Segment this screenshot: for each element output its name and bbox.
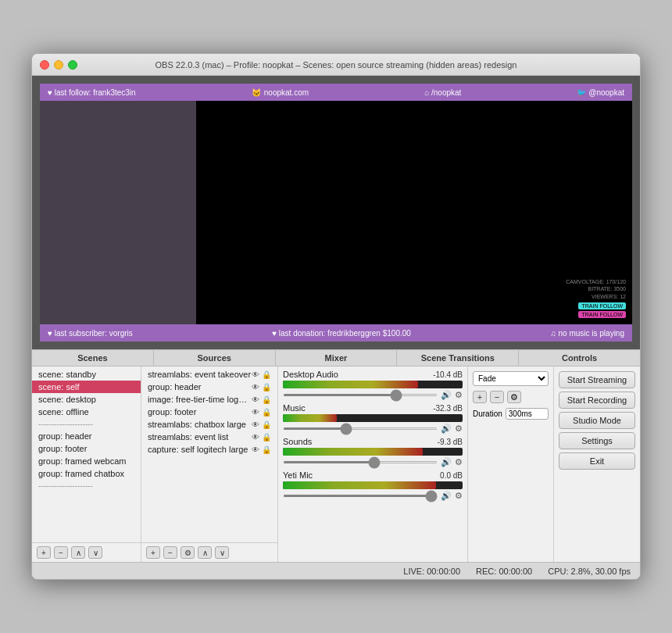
transitions-buttons: + − ⚙ bbox=[473, 391, 549, 403]
scene-divider: --------------------- bbox=[32, 418, 141, 430]
lock-icon[interactable]: 🔒 bbox=[262, 395, 271, 404]
add-transition-button[interactable]: + bbox=[473, 391, 487, 403]
mixer-header: Mixer bbox=[276, 350, 398, 366]
mixer-level-bar bbox=[283, 448, 463, 456]
remove-transition-button[interactable]: − bbox=[490, 391, 504, 403]
scene-item[interactable]: group: footer bbox=[32, 442, 141, 455]
mixer-controls: 🔊 ⚙ bbox=[283, 457, 463, 467]
eye-icon[interactable]: 👁 bbox=[252, 445, 259, 454]
start-recording-button[interactable]: Start Recording bbox=[559, 392, 635, 409]
mute-icon[interactable]: 🔊 bbox=[441, 491, 452, 501]
track-settings-icon[interactable]: ⚙ bbox=[455, 457, 463, 467]
volume-slider[interactable] bbox=[283, 427, 438, 430]
lock-icon[interactable]: 🔒 bbox=[262, 420, 271, 429]
source-item[interactable]: streamlabs: event takeover 👁 🔒 bbox=[141, 368, 277, 381]
scene-divider: --------------------- bbox=[32, 480, 141, 492]
settings-button[interactable]: Settings bbox=[559, 432, 635, 449]
overlay-cyan-button[interactable]: TRAIN FOLLOW bbox=[578, 302, 626, 309]
lock-icon[interactable]: 🔒 bbox=[262, 383, 271, 392]
mixer-track-music: Music -32.3 dB 🔊 ⚙ bbox=[283, 403, 463, 434]
cpu-status: CPU: 2.8%, 30.00 fps bbox=[548, 567, 631, 576]
panels-header: Scenes Sources Mixer Scene Transitions C… bbox=[32, 349, 640, 367]
track-name: Sounds bbox=[283, 437, 312, 446]
move-scene-up-button[interactable]: ∧ bbox=[71, 546, 85, 559]
scene-item[interactable]: group: framed chatbox bbox=[32, 467, 141, 480]
scene-item[interactable]: scene: offline bbox=[32, 406, 141, 418]
track-name: Music bbox=[283, 403, 306, 413]
move-source-down-button[interactable]: ∨ bbox=[215, 546, 229, 559]
preview-left-panel bbox=[40, 101, 196, 324]
lock-icon[interactable]: 🔒 bbox=[262, 408, 271, 417]
track-settings-icon[interactable]: ⚙ bbox=[455, 424, 463, 434]
lock-icon[interactable]: 🔒 bbox=[262, 445, 271, 454]
move-source-up-button[interactable]: ∧ bbox=[198, 546, 212, 559]
volume-slider[interactable] bbox=[283, 495, 438, 497]
source-item[interactable]: streamlabs: chatbox large 👁 🔒 bbox=[141, 418, 277, 431]
remove-source-button[interactable]: − bbox=[163, 546, 177, 559]
transition-type-select[interactable]: Fade Cut Slide bbox=[473, 371, 549, 386]
mute-icon[interactable]: 🔊 bbox=[441, 457, 452, 467]
mixer-track-desktop: Desktop Audio -10.4 dB 🔊 ⚙ bbox=[283, 370, 463, 400]
add-source-button[interactable]: + bbox=[146, 546, 160, 559]
track-db: -9.3 dB bbox=[438, 438, 463, 446]
scene-item-selected[interactable]: scene: self bbox=[32, 381, 141, 393]
last-donation: ♥ last donation: fredrikberggren $100.00 bbox=[272, 329, 411, 338]
overlay-info-text3: VIEWERS: 12 bbox=[566, 293, 626, 301]
music-status: ♫ no music is playing bbox=[550, 329, 624, 338]
minimize-button[interactable] bbox=[54, 60, 63, 70]
source-item[interactable]: streamlabs: event list 👁 🔒 bbox=[141, 431, 277, 443]
mixer-controls: 🔊 ⚙ bbox=[283, 390, 463, 400]
volume-slider[interactable] bbox=[283, 461, 438, 463]
scene-item[interactable]: scene: standby bbox=[32, 368, 141, 381]
overlay-pink-button[interactable]: TRAIN FOLLOW bbox=[578, 311, 626, 318]
eye-icon[interactable]: 👁 bbox=[252, 433, 259, 442]
duration-label: Duration bbox=[473, 409, 502, 418]
mixer-level-fill bbox=[283, 448, 423, 456]
eye-icon[interactable]: 👁 bbox=[252, 370, 259, 379]
source-item[interactable]: group: header 👁 🔒 bbox=[141, 381, 277, 393]
track-settings-icon[interactable]: ⚙ bbox=[455, 390, 463, 400]
source-settings-button[interactable]: ⚙ bbox=[181, 546, 195, 559]
panels-body: scene: standby scene: self scene: deskto… bbox=[32, 367, 640, 562]
traffic-lights bbox=[40, 60, 77, 70]
github-link: ⌂ /noopkat bbox=[424, 88, 461, 97]
track-db: -32.3 dB bbox=[433, 404, 463, 413]
titlebar: OBS 22.0.3 (mac) – Profile: noopkat – Sc… bbox=[32, 54, 640, 76]
start-streaming-button[interactable]: Start Streaming bbox=[559, 371, 635, 388]
mixer-level-fill bbox=[283, 414, 337, 422]
last-subscriber: ♥ last subscriber: vorgris bbox=[48, 329, 133, 338]
lock-icon[interactable]: 🔒 bbox=[262, 433, 271, 442]
duration-input[interactable] bbox=[506, 408, 549, 420]
add-scene-button[interactable]: + bbox=[37, 546, 51, 559]
scene-item[interactable]: group: header bbox=[32, 430, 141, 442]
transition-settings-button[interactable]: ⚙ bbox=[507, 391, 521, 403]
eye-icon[interactable]: 👁 bbox=[252, 408, 259, 417]
move-scene-down-button[interactable]: ∨ bbox=[88, 546, 102, 559]
mixer-level-bar bbox=[283, 481, 463, 489]
scenes-header: Scenes bbox=[32, 350, 154, 366]
mute-icon[interactable]: 🔊 bbox=[441, 390, 452, 400]
track-settings-icon[interactable]: ⚙ bbox=[455, 491, 463, 501]
lock-icon[interactable]: 🔒 bbox=[262, 370, 271, 379]
source-item[interactable]: image: free-tier-time logo stack 👁 🔒 bbox=[141, 393, 277, 406]
volume-slider[interactable] bbox=[283, 394, 438, 396]
scenes-panel: scene: standby scene: self scene: deskto… bbox=[32, 367, 141, 562]
maximize-button[interactable] bbox=[68, 60, 77, 70]
studio-mode-button[interactable]: Studio Mode bbox=[559, 412, 635, 429]
scenes-toolbar: + − ∧ ∨ bbox=[32, 542, 141, 562]
scene-item[interactable]: scene: desktop bbox=[32, 393, 141, 406]
eye-icon[interactable]: 👁 bbox=[252, 383, 259, 392]
status-bar: LIVE: 00:00:00 REC: 00:00:00 CPU: 2.8%, … bbox=[32, 562, 640, 579]
source-item[interactable]: group: footer 👁 🔒 bbox=[141, 406, 277, 418]
mute-icon[interactable]: 🔊 bbox=[441, 424, 452, 434]
website-icon: 🐱 noopkat.com bbox=[252, 88, 309, 97]
source-item[interactable]: capture: self logitech large 👁 🔒 bbox=[141, 443, 277, 456]
sources-list: streamlabs: event takeover 👁 🔒 group: he… bbox=[141, 367, 277, 542]
eye-icon[interactable]: 👁 bbox=[252, 420, 259, 429]
remove-scene-button[interactable]: − bbox=[54, 546, 68, 559]
exit-button[interactable]: Exit bbox=[559, 452, 635, 470]
scene-item[interactable]: group: framed webcam bbox=[32, 455, 141, 467]
track-db: 0.0 dB bbox=[440, 471, 463, 480]
eye-icon[interactable]: 👁 bbox=[252, 395, 259, 404]
close-button[interactable] bbox=[40, 60, 49, 70]
